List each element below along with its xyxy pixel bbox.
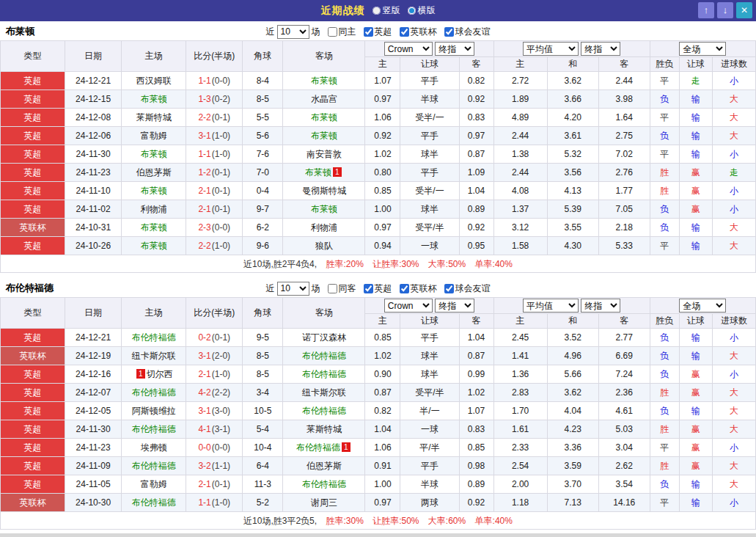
bookmaker-select[interactable]: Crown — [384, 42, 433, 56]
away-team-cell: 狼队 — [283, 237, 365, 255]
avg-draw-cell: 3.62 — [547, 72, 598, 90]
match-count-select[interactable]: 10 — [277, 282, 309, 296]
avg-away-cell: 2.75 — [598, 127, 650, 145]
move-up-button[interactable]: ↑ — [698, 2, 714, 18]
halftime-score: (0-1) — [212, 186, 230, 196]
away-odds-cell: 1.09 — [459, 164, 493, 182]
avg-away-cell: 4.61 — [598, 402, 650, 420]
avg-home-cell: 2.44 — [493, 127, 547, 145]
col-header-away: 客场 — [283, 298, 365, 329]
avg-draw-cell: 3.56 — [547, 164, 598, 182]
home-team-cell: 埃弗顿 — [122, 439, 186, 457]
league-cup-checkbox[interactable] — [400, 27, 409, 37]
handicap-result-cell: 赢 — [679, 439, 712, 457]
final-index-select[interactable]: 终指 — [435, 299, 474, 313]
league-friendly-checkbox-label[interactable]: 球会友谊 — [444, 26, 491, 38]
corner-cell: 8-4 — [243, 72, 283, 90]
away-team-cell: 布莱顿 — [283, 72, 365, 90]
avg-home-cell: 1.36 — [493, 365, 547, 384]
same-venue-checkbox[interactable] — [328, 284, 337, 293]
average-select[interactable]: 平均值 — [523, 42, 579, 56]
handicap-result-cell: 输 — [679, 347, 712, 365]
home-odds-cell: 1.06 — [365, 439, 400, 457]
handicap-cell: 球半 — [400, 347, 459, 365]
avg-home-cell: 4.89 — [493, 109, 547, 127]
team-name-text: 布伦特福德 — [132, 497, 176, 508]
corner-cell: 3-4 — [243, 384, 283, 402]
match-row: 英超24-11-30布伦特福德4-1(3-1)5-4莱斯特城1.04一球0.83… — [1, 420, 756, 439]
away-odds-cell: 0.87 — [459, 145, 493, 164]
match-row: 英超24-12-06富勒姆3-1(1-0)5-6布莱顿0.92平手0.972.4… — [1, 127, 756, 145]
team-name: 布莱顿 — [6, 25, 34, 38]
league-epl-checkbox-label[interactable]: 英超 — [364, 282, 392, 295]
league-cup-checkbox[interactable] — [400, 284, 409, 293]
final-index-select-2[interactable]: 终指 — [581, 42, 620, 56]
layout-horizontal-option[interactable]: 横版 — [408, 4, 436, 17]
league-cup-checkbox-label[interactable]: 英联杯 — [400, 282, 437, 295]
match-count-select[interactable]: 10 — [277, 25, 309, 39]
league-epl-checkbox-label[interactable]: 英超 — [364, 26, 392, 38]
wdl-result-cell: 平 — [650, 237, 679, 255]
scope-select[interactable]: 全场 — [679, 42, 726, 56]
average-select[interactable]: 平均值 — [523, 299, 579, 313]
avg-draw-cell: 3.52 — [547, 329, 598, 347]
match-row: 英超24-12-21西汉姆联1-1(0-0)8-4布莱顿1.07平手0.822.… — [1, 72, 756, 90]
red-card-badge: 1 — [333, 167, 342, 177]
avg-away-cell: 2.44 — [598, 72, 650, 90]
avg-draw-cell: 3.66 — [547, 90, 598, 109]
scope-select[interactable]: 全场 — [679, 299, 726, 313]
corner-cell: 5-2 — [243, 494, 283, 512]
same-venue-checkbox-label[interactable]: 同主 — [328, 26, 356, 38]
same-venue-checkbox[interactable] — [328, 27, 337, 37]
home-team-cell: 布莱顿 — [122, 219, 186, 237]
col-header-away: 客场 — [283, 41, 365, 72]
near-label: 近 — [266, 282, 275, 295]
avg-away-cell: 2.18 — [598, 219, 650, 237]
league-friendly-checkbox-label[interactable]: 球会友谊 — [444, 282, 491, 295]
home-team-cell: 利物浦 — [122, 200, 186, 219]
col-header-type: 类型 — [1, 41, 65, 72]
league-badge-cell: 英超 — [1, 72, 65, 90]
match-row: 英超24-12-08莱斯特城2-2(0-1)5-5布莱顿1.06受半/一0.83… — [1, 109, 756, 127]
final-index-select[interactable]: 终指 — [435, 42, 474, 56]
wdl-result-cell: 负 — [650, 127, 679, 145]
team-name-text: 布莱顿 — [141, 186, 167, 196]
away-team-cell: 布莱顿 — [283, 109, 365, 127]
avg-away-cell: 2.77 — [598, 329, 650, 347]
goals-result-cell: 小 — [712, 182, 755, 200]
team-name-text: 布伦特福德 — [132, 424, 176, 434]
avg-away-cell: 5.33 — [598, 237, 650, 255]
away-team-cell: 布伦特福德 — [283, 475, 365, 494]
wdl-result-cell: 负 — [650, 475, 679, 494]
layout-vertical-option[interactable]: 竖版 — [373, 4, 400, 17]
same-venue-checkbox-label[interactable]: 同客 — [328, 282, 356, 295]
league-cup-checkbox-label[interactable]: 英联杯 — [400, 26, 437, 38]
avg-draw-cell: 3.61 — [547, 127, 598, 145]
league-epl-checkbox[interactable] — [364, 27, 373, 37]
match-row: 英超24-12-21布伦特福德0-2(0-1)9-5诺丁汉森林0.85平手1.0… — [1, 329, 756, 347]
handicap-result-cell: 输 — [679, 329, 712, 347]
bookmaker-select[interactable]: Crown — [384, 299, 433, 313]
team-section-brentford: 布伦特福德 近 10 场 同客 英超 英联杯 — [0, 280, 756, 530]
titlebar: 近期战绩 竖版 横版 ↑ ↓ ✕ — [0, 0, 756, 21]
halftime-score: (0-1) — [212, 167, 230, 178]
match-row: 英超24-11-10布莱顿2-1(0-1)0-4曼彻斯特城0.85受半/一1.0… — [1, 182, 756, 200]
halftime-score: (1-1) — [212, 461, 230, 471]
avg-draw-cell: 3.59 — [547, 457, 598, 475]
league-friendly-checkbox[interactable] — [444, 27, 454, 37]
avg-draw-cell: 3.62 — [547, 384, 598, 402]
corner-cell: 5-5 — [243, 109, 283, 127]
handicap-cell: 受半/一 — [400, 182, 459, 200]
league-epl-checkbox[interactable] — [364, 284, 373, 293]
close-button[interactable]: ✕ — [736, 2, 752, 18]
team-name-text: 利物浦 — [311, 222, 337, 233]
score-cell: 4-1(3-1) — [186, 420, 243, 439]
league-friendly-checkbox[interactable] — [444, 284, 454, 293]
final-index-select-2[interactable]: 终指 — [581, 299, 620, 313]
corner-cell: 8-5 — [243, 90, 283, 109]
avg-draw-cell: 4.30 — [547, 237, 598, 255]
matches-table: 类型 日期 主场 比分(半场) 角球 客场 Crown 终指 平均值 终指 — [0, 297, 756, 512]
away-team-cell: 曼彻斯特城 — [283, 182, 365, 200]
team-name-text: 布莱顿 — [141, 94, 167, 104]
move-down-button[interactable]: ↓ — [717, 2, 733, 18]
